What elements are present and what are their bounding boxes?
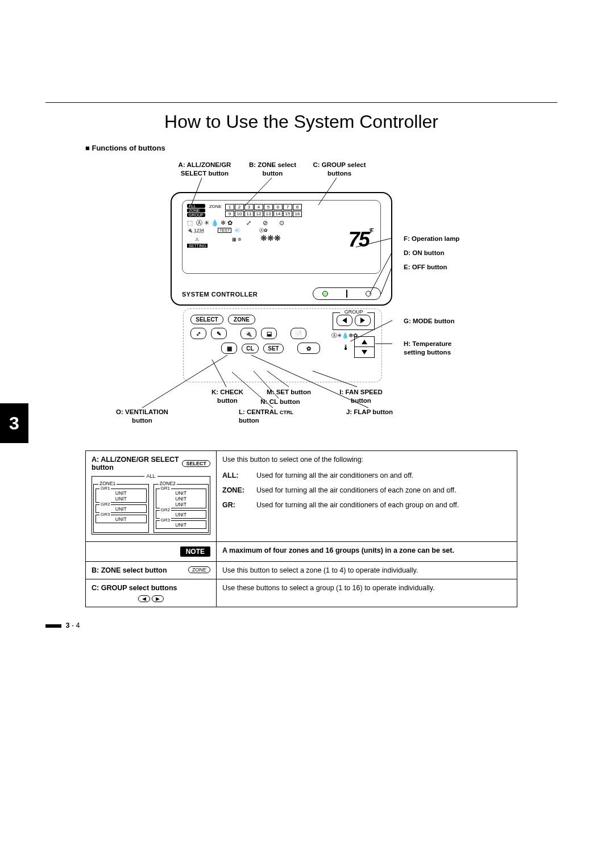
- temp-up-button[interactable]: [355, 337, 374, 347]
- group-left-button[interactable]: [337, 315, 352, 326]
- callout-cl: N: CL button: [255, 398, 306, 406]
- table-row-note: NOTE A maximum of four zones and 16 grou…: [86, 542, 517, 562]
- timer-icon: ⊙: [279, 219, 284, 227]
- callout-ventilation: O: VENTILATION button: [108, 408, 176, 425]
- ventilation-button[interactable]: 🔌: [240, 328, 256, 339]
- page-title: How to Use the System Controller: [45, 111, 557, 132]
- thermometer-icon: 🌡: [342, 343, 350, 352]
- callout-fanspeed: I: FAN SPEED button: [333, 388, 389, 405]
- remote-icon: 🔌: [187, 228, 193, 233]
- check-button[interactable]: ✎: [211, 328, 227, 339]
- row-c-desc: Use these buttons to select a group (1 t…: [217, 579, 517, 607]
- group-right-badge: ▶: [152, 595, 164, 602]
- setting-label: SETTING: [187, 244, 208, 248]
- lamp-and-power-buttons: [313, 287, 381, 300]
- callout-check: K: CHECK button: [208, 388, 247, 405]
- callout-temp-buttons: H: Temperature setting buttons: [404, 340, 472, 357]
- top-rule: [45, 102, 557, 103]
- group-frame: GROUP: [333, 312, 375, 330]
- triangle-right-icon: [360, 318, 365, 323]
- description-table: A: ALL/ZONE/GR SELECT button SELECT ALL …: [85, 450, 517, 607]
- table-row-c: C: GROUP select buttons ◀ ▶ Use these bu…: [86, 579, 517, 607]
- mode-icons-row: ⬚ Ⓐ ✳ 💧 ❄ ✿ ⤢ ⊘ ⊙: [187, 219, 376, 227]
- table-row-a: A: ALL/ZONE/GR SELECT button SELECT ALL …: [86, 451, 517, 542]
- section-heading: Functions of buttons: [45, 144, 557, 152]
- callout-operation-lamp: F: Operation lamp: [404, 235, 459, 243]
- fan-speed-icon: ❋❋❋: [260, 233, 281, 243]
- callout-flap: J: FLAP button: [338, 408, 401, 416]
- swing-icon: ⤢: [246, 219, 251, 227]
- zone-label: ZONE: [209, 204, 222, 209]
- controller-diagram: A: ALL/ZONE/GR SELECT button B: ZONE sel…: [85, 161, 517, 439]
- triangle-down-icon: [362, 350, 367, 354]
- callout-off-button: E: OFF button: [404, 263, 447, 272]
- controller-shell: ALL ZONE GROUP ZONE 1 2 3 4 5 6 7 8: [171, 192, 392, 306]
- note-badge: NOTE: [180, 546, 210, 557]
- group-number-grid: 1 2 3 4 5 6 7 8 9 10 11 12 13: [225, 204, 302, 217]
- flap-button[interactable]: ⬓: [261, 328, 277, 339]
- callout-group-select: C: GROUP select buttons: [308, 161, 371, 178]
- select-button[interactable]: SELECT: [190, 315, 223, 324]
- cl-button[interactable]: CL: [242, 344, 259, 353]
- fan-speed-button[interactable]: ✿: [297, 343, 320, 354]
- triangle-left-icon: [342, 318, 347, 323]
- zone-badge: ZONE: [188, 566, 210, 573]
- hierarchy-diagram: ALL ZONE1 GR1 UNIT UNIT GR2 UNIT GR3: [92, 476, 210, 535]
- group-right-button[interactable]: [355, 315, 371, 326]
- chapter-tab: 3: [0, 403, 28, 443]
- select-badge: SELECT: [182, 460, 210, 467]
- table-row-b: B: ZONE select button ZONE Use this butt…: [86, 562, 517, 579]
- row-a-intro: Use this button to select one of the fol…: [222, 456, 511, 464]
- set-button[interactable]: SET: [263, 344, 284, 353]
- system-controller-label: SYSTEM CONTROLLER: [182, 291, 258, 298]
- mode-button[interactable]: 📄: [291, 328, 306, 339]
- grid-icon: ▦: [232, 237, 237, 242]
- filter-icon: ⬚: [187, 219, 193, 227]
- warning-icon: ⚠: [195, 237, 199, 242]
- callout-on-button: D: ON button: [404, 249, 445, 257]
- page-footer: 3 - 4: [45, 621, 557, 629]
- lcd-display: ALL ZONE GROUP ZONE 1 2 3 4 5 6 7 8: [182, 200, 381, 274]
- button-deck: SELECT ZONE GROUP Ⓐ✳💧❄✿ ⤢ ✎ 🔌 ⬓ 📄 ▦ CL S…: [183, 308, 382, 382]
- display-row3: 🔌 1234 TEST 💨 Ⓐ✿ ⚠ ▦ ⊛ ❋❋❋ SETTING: [187, 227, 376, 248]
- row-c-title: C: GROUP select buttons: [92, 584, 210, 592]
- swing-button[interactable]: ⤢: [190, 328, 206, 339]
- note-text: A maximum of four zones and 16 groups (u…: [217, 542, 517, 562]
- temp-up-down: [354, 336, 375, 358]
- central-icon: ⊛: [238, 237, 242, 242]
- callout-set: M: SET button: [266, 388, 312, 397]
- group-left-badge: ◀: [138, 595, 150, 602]
- test-label: TEST: [218, 228, 231, 233]
- triangle-up-icon: [362, 340, 367, 344]
- callout-central: L: CENTRAL CTRL button: [239, 408, 318, 425]
- mode-labels: ALL ZONE GROUP: [187, 204, 205, 217]
- operation-lamp: [322, 291, 328, 297]
- central-ctrl-button[interactable]: ▦: [221, 343, 237, 354]
- ventilation-indicator-icon: 💨: [235, 228, 240, 233]
- temp-down-button[interactable]: [355, 347, 374, 357]
- temperature-display: 75°F: [349, 228, 372, 252]
- mode-definitions: ALL: Used for turning all the air condit…: [222, 471, 511, 509]
- callout-zone-select: B: ZONE select button: [246, 161, 300, 178]
- prohibit-icon: ⊘: [263, 219, 268, 227]
- callout-mode-button: G: MODE button: [404, 317, 454, 326]
- row-a-title: A: ALL/ZONE/GR SELECT button: [92, 456, 182, 471]
- row-b-desc: Use this button to select a zone (1 to 4…: [217, 562, 517, 579]
- zone-button[interactable]: ZONE: [228, 315, 255, 324]
- footer-bar-icon: [45, 624, 61, 628]
- callout-select: A: ALL/ZONE/GR SELECT button: [171, 161, 239, 178]
- auto-fan-icon: Ⓐ✿: [259, 228, 268, 233]
- on-button[interactable]: [346, 290, 347, 298]
- off-button[interactable]: [366, 291, 371, 297]
- row-b-title: B: ZONE select button: [92, 566, 167, 574]
